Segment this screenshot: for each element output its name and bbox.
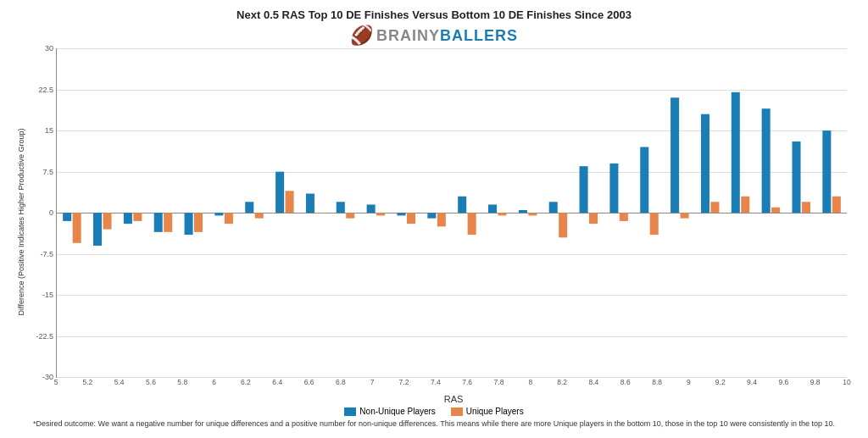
x-tick-label: 8.8 xyxy=(652,378,662,386)
legend-area: Non-Unique Players Unique Players xyxy=(17,407,851,416)
x-tick-label: 6.2 xyxy=(241,378,251,386)
unique-bar xyxy=(194,213,203,232)
unique-bar xyxy=(650,213,659,235)
unique-bar xyxy=(528,213,537,215)
non-unique-bar xyxy=(792,141,800,213)
x-tick-label: 6.4 xyxy=(272,378,282,386)
x-tick-label: 7.6 xyxy=(462,378,472,386)
chart-inner: 3022.5157.50-7.5-15-22.5-30 55.25.45.65.… xyxy=(31,48,851,404)
legend-unique-label: Unique Players xyxy=(466,407,524,416)
unique-bar xyxy=(286,191,294,213)
unique-bar xyxy=(437,213,446,226)
y-tick-label: -7.5 xyxy=(30,250,53,258)
non-unique-bar xyxy=(124,213,132,224)
non-unique-bar xyxy=(275,172,284,213)
unique-bar xyxy=(376,213,385,215)
x-tick-label: 5.6 xyxy=(146,378,156,386)
x-axis-area: 55.25.45.65.866.26.46.66.877.27.47.67.88… xyxy=(56,378,847,393)
unique-bar xyxy=(407,213,415,224)
x-tick-label: 9.6 xyxy=(778,378,788,386)
x-tick-label: 5.4 xyxy=(114,378,125,386)
non-unique-bar xyxy=(93,213,102,246)
y-tick-label: 22.5 xyxy=(30,86,53,94)
unique-bar xyxy=(681,213,689,218)
unique-bar xyxy=(771,208,780,213)
unique-bar xyxy=(589,213,598,224)
legend-unique: Unique Players xyxy=(451,407,524,416)
non-unique-swatch xyxy=(344,408,356,416)
x-axis-title: RAS xyxy=(56,394,851,404)
unique-bar xyxy=(498,213,506,215)
x-tick-label: 9.8 xyxy=(810,378,821,386)
y-tick-label: -22.5 xyxy=(30,332,53,341)
non-unique-bar xyxy=(580,166,588,213)
unique-bar xyxy=(133,213,142,221)
footnote: *Desired outcome: We want a negative num… xyxy=(17,419,851,430)
legend-non-unique-label: Non-Unique Players xyxy=(359,407,436,416)
y-axis-label: Difference (Positive Indicates Higher Pr… xyxy=(17,48,31,404)
x-tick-label: 7.4 xyxy=(431,378,441,386)
chart-title: Next 0.5 RAS Top 10 DE Finishes Versus B… xyxy=(17,8,851,21)
non-unique-bar xyxy=(609,164,618,213)
x-tick-label: 7.2 xyxy=(399,378,409,386)
non-unique-bar xyxy=(337,202,345,213)
unique-bar xyxy=(164,213,172,232)
x-tick-label: 10 xyxy=(843,378,850,386)
x-tick-label: 8.4 xyxy=(589,378,599,386)
non-unique-bar xyxy=(670,97,679,213)
x-tick-label: 6.8 xyxy=(336,378,346,386)
unique-bar xyxy=(559,213,567,237)
x-tick-label: 5.8 xyxy=(177,378,187,386)
non-unique-bar xyxy=(397,213,405,215)
logo-icon: 🏈 xyxy=(350,25,373,47)
logo-area: 🏈 BRAINYBALLERS xyxy=(17,25,851,47)
non-unique-bar xyxy=(214,213,223,215)
logo-brainy: BRAINY xyxy=(376,27,440,44)
logo-ballers: BALLERS xyxy=(440,27,518,44)
x-tick-label: 5.2 xyxy=(82,378,92,386)
logo-text: BRAINYBALLERS xyxy=(376,27,518,45)
x-tick-label: 9.4 xyxy=(747,378,757,386)
unique-bar xyxy=(620,213,628,221)
non-unique-bar xyxy=(245,202,253,213)
non-unique-bar xyxy=(488,204,497,213)
unique-bar xyxy=(468,213,476,235)
non-unique-bar xyxy=(640,147,648,213)
non-unique-bar xyxy=(458,197,466,213)
unique-bar xyxy=(103,213,111,229)
y-tick-label: -15 xyxy=(30,291,53,299)
x-tick-label: 6.6 xyxy=(304,378,314,386)
non-unique-bar xyxy=(306,194,314,213)
unique-bar xyxy=(741,197,749,213)
non-unique-bar xyxy=(701,114,709,213)
unique-bar xyxy=(832,197,841,213)
non-unique-bar xyxy=(427,213,436,218)
x-tick-label: 8.6 xyxy=(620,378,631,386)
unique-bar xyxy=(710,202,719,213)
bars-svg xyxy=(57,48,847,377)
non-unique-bar xyxy=(762,108,771,213)
non-unique-bar xyxy=(822,130,831,213)
non-unique-bar xyxy=(63,213,71,221)
non-unique-bar xyxy=(185,213,193,235)
y-tick-label: -30 xyxy=(30,373,53,381)
y-tick-label: 0 xyxy=(30,208,53,217)
unique-swatch xyxy=(451,408,463,416)
non-unique-bar xyxy=(732,92,740,213)
main-container: Next 0.5 RAS Top 10 DE Finishes Versus B… xyxy=(0,0,868,438)
x-tick-label: 6 xyxy=(212,378,216,386)
unique-bar xyxy=(225,213,233,224)
x-tick-label: 7.8 xyxy=(494,378,504,386)
legend-non-unique: Non-Unique Players xyxy=(344,407,436,416)
non-unique-bar xyxy=(367,204,376,213)
x-tick-label: 8 xyxy=(528,378,532,386)
non-unique-bar xyxy=(549,202,558,213)
unique-bar xyxy=(802,202,810,213)
chart-area: Difference (Positive Indicates Higher Pr… xyxy=(17,48,851,404)
x-tick-label: 9.2 xyxy=(715,378,726,386)
non-unique-bar xyxy=(154,213,163,232)
non-unique-bar xyxy=(519,210,527,213)
y-tick-label: 7.5 xyxy=(30,168,53,176)
unique-bar xyxy=(346,213,354,218)
x-tick-label: 5 xyxy=(54,378,58,386)
